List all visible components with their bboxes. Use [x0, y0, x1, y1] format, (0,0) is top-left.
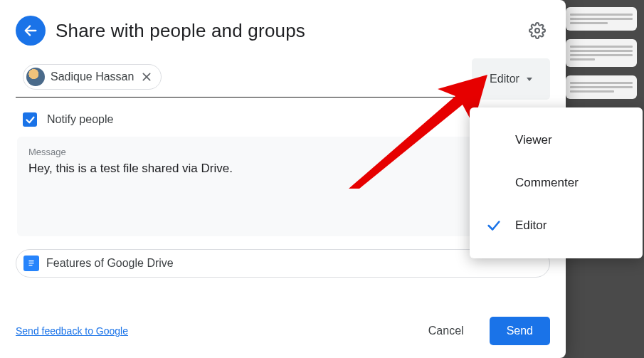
caret-down-icon: [527, 78, 532, 81]
recipient-chip[interactable]: Sadique Hassan: [23, 64, 162, 90]
role-option-editor[interactable]: Editor: [470, 204, 643, 247]
notify-checkbox[interactable]: [23, 112, 37, 127]
avatar: [26, 68, 45, 86]
check-icon: [486, 218, 502, 233]
role-select[interactable]: Editor: [472, 58, 550, 100]
dialog-title: Share with people and groups: [56, 20, 514, 42]
feedback-link[interactable]: Send feedback to Google: [16, 325, 128, 337]
message-label: Message: [28, 147, 537, 157]
check-icon: [25, 115, 36, 125]
role-option-commenter[interactable]: Commenter: [470, 162, 643, 204]
notify-label: Notify people: [47, 113, 113, 126]
role-select-label: Editor: [490, 73, 519, 85]
gear-icon: [529, 22, 546, 39]
svg-rect-6: [29, 263, 34, 263]
dialog-footer: Send feedback to Google Cancel Send: [16, 317, 550, 345]
message-text: Hey, this is a test file shared via Driv…: [28, 160, 537, 177]
role-menu: Viewer Commenter Editor: [470, 107, 643, 258]
settings-button[interactable]: [524, 18, 550, 43]
svg-rect-5: [29, 260, 34, 261]
file-name: Features of Google Drive: [46, 257, 174, 270]
role-option-label: Editor: [515, 219, 547, 233]
close-icon: [141, 71, 152, 83]
role-option-label: Viewer: [515, 133, 552, 147]
back-button[interactable]: [16, 16, 46, 46]
send-button[interactable]: Send: [490, 317, 550, 345]
cancel-button[interactable]: Cancel: [411, 317, 481, 345]
svg-rect-7: [29, 265, 33, 265]
message-box[interactable]: Message Hey, this is a test file shared …: [17, 137, 549, 236]
arrow-left-icon: [23, 23, 38, 38]
docs-icon: [23, 256, 39, 271]
role-option-label: Commenter: [515, 176, 579, 190]
check-slot: [485, 218, 502, 233]
role-option-viewer[interactable]: Viewer: [470, 119, 643, 162]
remove-recipient-button[interactable]: [139, 70, 154, 84]
svg-point-1: [535, 28, 539, 33]
recipients-row: Sadique Hassan Editor: [16, 58, 550, 100]
dialog-header: Share with people and groups: [16, 16, 550, 46]
recipient-name: Sadique Hassan: [51, 70, 134, 83]
recipients-input[interactable]: Sadique Hassan: [16, 58, 463, 98]
